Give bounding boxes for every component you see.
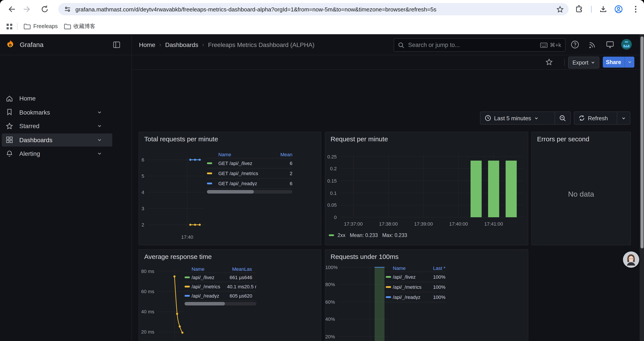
search-input[interactable] (407, 41, 540, 49)
share-menu-button[interactable] (624, 57, 634, 68)
bookmark-label: Freeleaps (33, 23, 58, 30)
legend-row[interactable]: /api/_/readyz605 µs620 (184, 291, 256, 301)
legend-table: NameMeanLas/api/_/livez661 µs646/api/_/m… (184, 265, 256, 305)
sidebar-item-starred[interactable]: Starred (2, 119, 112, 133)
bookmarks-bar: Freeleaps收藏博客 (0, 19, 644, 35)
legend-row[interactable]: /api/_/livez100% (386, 272, 446, 282)
monitor-icon[interactable] (606, 40, 614, 49)
chevron-down-icon (628, 60, 632, 64)
legend-series-name: /api/_/metrics (393, 284, 426, 290)
dock-menu-icon[interactable] (113, 41, 120, 49)
time-range-button[interactable]: Last 5 minutes (480, 112, 554, 124)
toolbar-divider (591, 6, 592, 13)
chart-total-requests[interactable]: 6543217:40NameMeanGET /api/_/livez6GET /… (139, 132, 321, 245)
x-tick-label: 17:39:00 (406, 221, 441, 226)
browser-menu-icon[interactable] (631, 5, 640, 14)
avatar-face (623, 251, 639, 268)
x-tick-label: 17:41:00 (476, 221, 511, 226)
legend-row[interactable]: GET /api/_/readyz6 (207, 179, 292, 189)
url-bar[interactable]: grafana.mathmast.com/d/deytv4rwavabkb/fr… (58, 3, 568, 15)
refresh-control[interactable]: Refresh (574, 112, 630, 125)
url-text[interactable]: grafana.mathmast.com/d/deytv4rwavabkb/fr… (76, 6, 556, 13)
legend-pill (184, 295, 190, 297)
legend-header-row: NameLast * (386, 265, 446, 272)
legend-scrollbar-thumb[interactable] (184, 302, 225, 305)
legend-pill (184, 286, 190, 287)
legend-text: 2xx (338, 233, 346, 238)
legend-row[interactable]: GET /api/_/metrics2 (207, 169, 292, 179)
scrollbar-thumb[interactable] (640, 37, 643, 248)
chevron-down-icon[interactable] (97, 110, 102, 114)
favorite-star-icon[interactable] (545, 58, 553, 66)
grafana-header: Grafana Home›Dashboards›Freeleaps Metric… (0, 34, 644, 55)
chevron-down-icon[interactable] (97, 138, 102, 142)
legend-value: 100% (426, 274, 446, 279)
legend-row[interactable]: /api/_/metrics100% (386, 282, 446, 292)
share-button[interactable]: Share (603, 57, 624, 68)
y-tick-label: 60% (325, 299, 335, 304)
bookmark-star-icon[interactable] (556, 6, 564, 13)
chart-plot[interactable] (158, 268, 184, 341)
chevron-down-icon[interactable] (97, 124, 102, 128)
y-tick-label: 0.25 (325, 154, 337, 159)
chart-request-per-minute[interactable]: 0.250.20.150.10.05017:37:0017:38:0017:39… (325, 132, 528, 245)
legend-series-name: /api/_/livez (393, 274, 426, 279)
legend-pill (386, 286, 391, 288)
panel-request-per-minute: Request per minute 0.250.20.150.10.05017… (325, 132, 528, 245)
news-rss-icon[interactable] (588, 40, 597, 49)
chart-plot[interactable] (340, 154, 524, 217)
legend-col-header: Las (244, 266, 256, 272)
legend-series-name: /api/_/readyz (393, 294, 426, 300)
sidebar-item-bookmarks[interactable]: Bookmarks (2, 106, 112, 119)
forward-icon[interactable] (23, 5, 32, 14)
chart-plot[interactable] (148, 157, 205, 230)
grafana-logo-icon[interactable] (5, 40, 15, 50)
site-settings-icon[interactable] (64, 6, 71, 13)
search-box[interactable]: ⌘+k (394, 38, 566, 52)
time-range-picker[interactable]: Last 5 minutes (480, 112, 571, 125)
chart-avg-response-time[interactable]: 80 ms60 ms40 ms20 ms0 s17:40NameMeanLas/… (139, 250, 321, 341)
legend-scrollbar[interactable] (207, 190, 292, 194)
no-data-text: No data (532, 190, 630, 199)
legend-series-name: /api/_/readyz (192, 293, 225, 298)
breadcrumb-item-1[interactable]: Dashboards (165, 41, 198, 48)
assistant-avatar[interactable] (623, 251, 639, 268)
chart-requests-under-100ms[interactable]: 100%80%60%40%20%0%17:40NameLast */api/_/… (325, 250, 528, 341)
legend-row[interactable]: /api/_/metrics40.1 ms20.5 ms (184, 282, 256, 291)
sidebar-item-alerting[interactable]: Alerting (2, 147, 112, 160)
legend-row[interactable]: /api/_/readyz100% (386, 292, 446, 302)
refresh-interval-button[interactable] (617, 112, 630, 124)
breadcrumb-item-0[interactable]: Home (139, 41, 156, 48)
sidebar-item-dashboards[interactable]: Dashboards (2, 133, 112, 146)
help-icon[interactable] (571, 40, 579, 49)
bookmark-icon (6, 108, 13, 116)
sidebar: HomeBookmarksStarredDashboardsAlerting (0, 55, 132, 341)
export-button[interactable]: Export (568, 57, 599, 69)
legend-value: 100% (426, 294, 446, 300)
keyboard-icon (540, 42, 548, 48)
chevron-down-icon[interactable] (97, 151, 102, 156)
legend-row[interactable]: GET /api/_/livez6 (207, 158, 292, 169)
chart-plot[interactable] (338, 265, 388, 341)
extensions-icon[interactable] (575, 5, 584, 14)
sidebar-item-home[interactable]: Home (2, 92, 112, 105)
zoom-out-button[interactable] (555, 112, 570, 124)
legend-scrollbar-thumb[interactable] (207, 190, 254, 194)
legend-pill-cell (207, 183, 218, 184)
legend-col-name: Name (393, 265, 426, 271)
screen: grafana.mathmast.com/d/deytv4rwavabkb/fr… (0, 0, 644, 341)
refresh-button[interactable]: Refresh (574, 112, 617, 124)
legend-scrollbar[interactable] (184, 302, 256, 305)
user-avatar[interactable] (621, 39, 632, 50)
y-tick-label: 6 (139, 157, 144, 162)
apps-grid-icon[interactable] (6, 23, 13, 30)
legend-inline[interactable]: 2xxMean: 0.233Max: 0.233 (329, 233, 407, 238)
reload-icon[interactable] (40, 5, 49, 14)
profile-icon[interactable] (614, 5, 623, 14)
back-icon[interactable] (7, 5, 16, 14)
page-scrollbar[interactable] (640, 34, 644, 341)
legend-row[interactable]: /api/_/livez661 µs646 (184, 273, 256, 282)
download-icon[interactable] (599, 5, 608, 14)
bookmark-folder-1[interactable]: 收藏博客 (64, 23, 95, 30)
bookmark-folder-0[interactable]: Freeleaps (24, 23, 58, 30)
